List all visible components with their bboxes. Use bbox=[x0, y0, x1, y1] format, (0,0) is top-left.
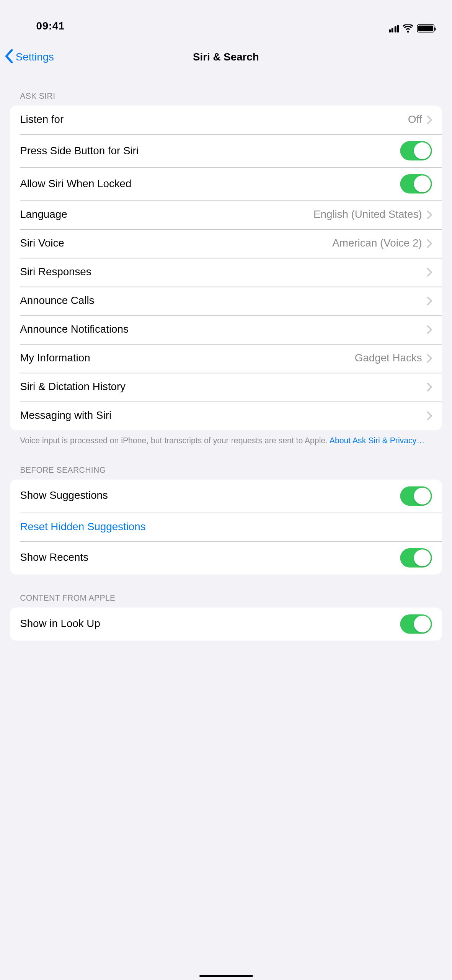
cell-label: My Information bbox=[20, 352, 355, 365]
cell-allow-siri-when-locked: Allow Siri When Locked bbox=[10, 167, 442, 200]
cell-listen-for[interactable]: Listen for Off bbox=[10, 106, 442, 134]
chevron-right-icon bbox=[427, 268, 432, 277]
toggle-show-recents[interactable] bbox=[400, 548, 432, 567]
cell-label: Show Suggestions bbox=[20, 490, 400, 502]
cell-label: Listen for bbox=[20, 114, 408, 126]
toggle-allow-siri-locked[interactable] bbox=[400, 174, 432, 194]
link-ask-siri-privacy[interactable]: About Ask Siri & Privacy… bbox=[330, 436, 425, 445]
cell-label: Siri & Dictation History bbox=[20, 381, 427, 394]
cell-label: Announce Calls bbox=[20, 295, 427, 307]
section-header-ask-siri: ASK SIRI bbox=[0, 71, 452, 106]
chevron-right-icon bbox=[427, 325, 432, 334]
cell-announce-calls[interactable]: Announce Calls bbox=[10, 287, 442, 315]
cell-label: Language bbox=[20, 209, 313, 221]
cell-press-side-button: Press Side Button for Siri bbox=[10, 134, 442, 167]
cell-language[interactable]: Language English (United States) bbox=[10, 201, 442, 229]
cell-label: Announce Notifications bbox=[20, 323, 427, 336]
cell-label: Press Side Button for Siri bbox=[20, 145, 400, 157]
chevron-right-icon bbox=[427, 116, 432, 124]
cell-siri-voice[interactable]: Siri Voice American (Voice 2) bbox=[10, 229, 442, 258]
group-ask-siri: Listen for Off Press Side Button for Sir… bbox=[10, 106, 442, 430]
cell-announce-notifications[interactable]: Announce Notifications bbox=[10, 315, 442, 344]
toggle-show-suggestions[interactable] bbox=[400, 486, 432, 506]
cell-label: Reset Hidden Suggestions bbox=[20, 521, 432, 533]
group-before-searching: Show Suggestions Reset Hidden Suggestion… bbox=[10, 479, 442, 574]
chevron-right-icon bbox=[427, 383, 432, 392]
back-label: Settings bbox=[16, 51, 54, 64]
cell-messaging-with-siri[interactable]: Messaging with Siri bbox=[10, 402, 442, 430]
cell-value: Off bbox=[408, 114, 422, 126]
chevron-right-icon bbox=[427, 412, 432, 420]
status-bar: 09:41 bbox=[0, 0, 452, 34]
cell-my-information[interactable]: My Information Gadget Hacks bbox=[10, 344, 442, 373]
wifi-icon bbox=[403, 24, 413, 33]
cell-siri-responses[interactable]: Siri Responses bbox=[10, 258, 442, 287]
cell-label: Siri Voice bbox=[20, 237, 332, 250]
chevron-right-icon bbox=[427, 354, 432, 363]
cell-reset-hidden-suggestions[interactable]: Reset Hidden Suggestions bbox=[10, 512, 442, 541]
footer-ask-siri: Voice input is processed on iPhone, but … bbox=[0, 430, 452, 446]
cell-value: English (United States) bbox=[313, 209, 422, 221]
cell-value: Gadget Hacks bbox=[355, 352, 422, 365]
nav-bar: Settings Siri & Search bbox=[0, 44, 452, 71]
cell-label: Siri Responses bbox=[20, 266, 427, 279]
home-indicator[interactable] bbox=[199, 975, 253, 977]
chevron-right-icon bbox=[427, 211, 432, 219]
cell-show-in-look-up: Show in Look Up bbox=[10, 607, 442, 640]
chevron-left-icon bbox=[5, 49, 13, 66]
cell-label: Show Recents bbox=[20, 551, 400, 564]
section-header-before-searching: BEFORE SEARCHING bbox=[0, 446, 452, 479]
footer-text: Voice input is processed on iPhone, but … bbox=[20, 436, 330, 445]
cell-show-suggestions: Show Suggestions bbox=[10, 479, 442, 512]
group-content-from-apple: Show in Look Up bbox=[10, 607, 442, 640]
cell-label: Allow Siri When Locked bbox=[20, 178, 400, 190]
toggle-show-in-look-up[interactable] bbox=[400, 614, 432, 634]
section-header-content-from-apple: CONTENT FROM APPLE bbox=[0, 574, 452, 607]
cell-value: American (Voice 2) bbox=[332, 237, 422, 250]
cellular-signal-icon bbox=[388, 24, 399, 33]
chevron-right-icon bbox=[427, 239, 432, 248]
toggle-press-side-button[interactable] bbox=[400, 141, 432, 161]
status-time: 09:41 bbox=[18, 20, 65, 33]
cell-label: Show in Look Up bbox=[20, 617, 400, 630]
status-indicators bbox=[388, 24, 434, 33]
page-title: Siri & Search bbox=[0, 51, 452, 64]
cell-label: Messaging with Siri bbox=[20, 410, 427, 422]
chevron-right-icon bbox=[427, 297, 432, 305]
cell-show-recents: Show Recents bbox=[10, 541, 442, 574]
back-button[interactable]: Settings bbox=[5, 49, 54, 66]
cell-siri-dictation-history[interactable]: Siri & Dictation History bbox=[10, 373, 442, 402]
battery-icon bbox=[417, 24, 435, 33]
